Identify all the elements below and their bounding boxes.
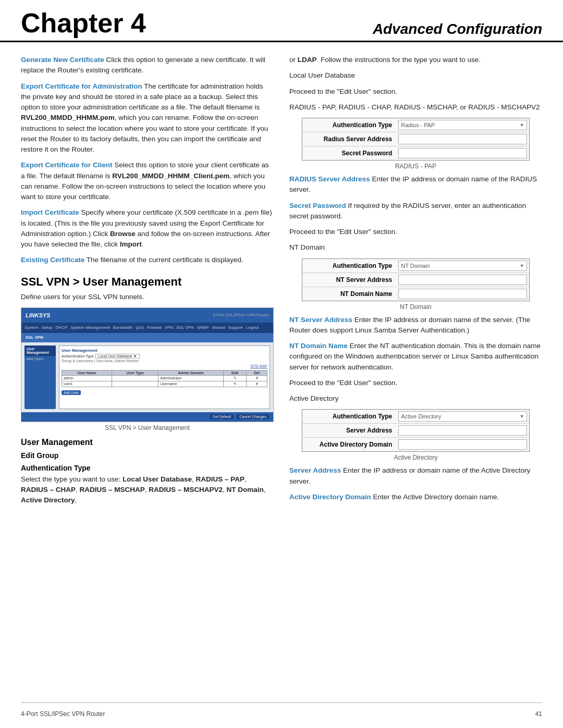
nt-domain-label: NT Domain bbox=[289, 242, 542, 253]
nt-domain-caption: NT Domain bbox=[289, 303, 542, 311]
local-user-db-label: Local User Database bbox=[289, 70, 542, 81]
auth-type-row-radius: Authentication Type Radius - PAP ▼ bbox=[302, 118, 529, 132]
ad-domain-para: Active Directory Domain Enter the Active… bbox=[289, 492, 542, 502]
secret-password-row: Secret Password bbox=[302, 146, 529, 160]
ad-domain-row: Active Directory Domain bbox=[302, 438, 529, 451]
nt-domain-box: Authentication Type NT Domain ▼ NT Serve… bbox=[302, 258, 530, 301]
existing-cert-text: The filename of the current certificate … bbox=[87, 256, 243, 264]
radius-server-label: Radius Server Address bbox=[302, 133, 396, 145]
proceed-edit-user-1: Proceed to the "Edit User" section. bbox=[289, 87, 542, 97]
radius-server-address-para: RADIUS Server Address Enter the IP addre… bbox=[289, 174, 542, 195]
secret-password-para: Secret Password If required by the RADIU… bbox=[289, 201, 542, 222]
nt-server-label: NT Server Address bbox=[302, 274, 396, 286]
nt-domain-name-cyan-label: NT Domain Name bbox=[289, 342, 348, 350]
nt-server-address-label: NT Server Address bbox=[289, 316, 352, 324]
existing-cert-label: Existing Certificate bbox=[21, 256, 84, 264]
auth-type-text: Select the type you want to use: Local U… bbox=[21, 474, 274, 506]
chapter-title: Chapter 4 bbox=[21, 9, 146, 36]
auth-type-heading: Authentication Type bbox=[21, 464, 274, 472]
radius-server-row: Radius Server Address bbox=[302, 132, 529, 146]
ssl-vpn-screenshot: LINKSYS 4-Port SSL/IPSec VPN Router Syst… bbox=[21, 307, 274, 422]
nt-server-row: NT Server Address bbox=[302, 273, 529, 287]
page-footer: 4-Port SSL/IPSec VPN Router 41 bbox=[21, 710, 542, 718]
ldap-para: or LDAP. Follow the instructions for the… bbox=[289, 55, 542, 65]
export-cert-admin-text: The certificate for administration holds… bbox=[21, 82, 268, 154]
nt-domain-name-row: NT Domain Name bbox=[302, 287, 529, 301]
auth-type-label-radius: Authentication Type bbox=[302, 119, 396, 131]
radius-options-text: RADIUS - PAP, RADIUS - CHAP, RADIUS - MS… bbox=[289, 102, 542, 113]
select-arrow-ad: ▼ bbox=[520, 414, 524, 419]
secret-password-label: Secret Password bbox=[302, 147, 396, 159]
import-cert-label: Import Certificate bbox=[21, 208, 79, 216]
content-area: Generate New Certificate Click this opti… bbox=[0, 42, 563, 511]
nt-server-address-para: NT Server Address Enter the IP address o… bbox=[289, 315, 542, 336]
left-column: Generate New Certificate Click this opti… bbox=[21, 55, 274, 511]
server-address-para: Server Address Enter the IP address or d… bbox=[289, 465, 542, 487]
footer-right: 41 bbox=[535, 710, 542, 718]
ad-domain-cyan-label: Active Directory Domain bbox=[289, 493, 371, 501]
export-cert-admin-label: Export Certificate for Administration bbox=[21, 82, 142, 90]
auth-type-row-nt: Authentication Type NT Domain ▼ bbox=[302, 259, 529, 273]
radius-server-input[interactable] bbox=[398, 134, 527, 144]
auth-type-value-radius: Radius - PAP bbox=[401, 122, 435, 128]
page-header: Chapter 4 Advanced Configuration bbox=[0, 0, 563, 42]
active-directory-caption: Active Directory bbox=[289, 454, 542, 461]
export-cert-client-para: Export Certificate for Client Select thi… bbox=[21, 160, 274, 202]
nt-domain-name-para: NT Domain Name Enter the NT authenticati… bbox=[289, 341, 542, 373]
secret-password-input[interactable] bbox=[398, 148, 527, 158]
radius-server-address-label: RADIUS Server Address bbox=[289, 175, 370, 183]
server-address-row: Server Address bbox=[302, 424, 529, 438]
auth-type-select-nt[interactable]: NT Domain ▼ bbox=[398, 261, 527, 271]
nt-domain-name-label: NT Domain Name bbox=[302, 288, 396, 300]
ad-domain-label: Active Directory Domain bbox=[302, 439, 396, 450]
auth-type-label-ad: Authentication Type bbox=[302, 411, 396, 422]
ad-domain-input[interactable] bbox=[398, 439, 527, 450]
nt-server-input[interactable] bbox=[398, 275, 527, 285]
auth-type-value-nt: NT Domain bbox=[401, 263, 430, 269]
user-mgmt-heading: User Management bbox=[21, 438, 274, 447]
auth-type-label-nt: Authentication Type bbox=[302, 260, 396, 272]
server-address-cyan-label: Server Address bbox=[289, 466, 341, 474]
radius-pap-box: Authentication Type Radius - PAP ▼ Radiu… bbox=[302, 118, 530, 161]
secret-password-cyan-label: Secret Password bbox=[289, 202, 346, 209]
footer-left: 4-Port SSL/IPSec VPN Router bbox=[21, 710, 105, 718]
edit-group-heading: Edit Group bbox=[21, 451, 274, 460]
auth-type-row-ad: Authentication Type Active Directory ▼ bbox=[302, 410, 529, 424]
nt-domain-name-input[interactable] bbox=[398, 289, 527, 299]
proceed-edit-user-3: Proceed to the "Edit User" section. bbox=[289, 378, 542, 388]
advanced-config-title: Advanced Configuration bbox=[373, 22, 542, 36]
radius-pap-caption: RADIUS - PAP bbox=[289, 163, 542, 170]
server-address-label: Server Address bbox=[302, 425, 396, 436]
active-directory-label: Active Directory bbox=[289, 393, 542, 404]
select-arrow-radius: ▼ bbox=[520, 122, 524, 128]
existing-cert-para: Existing Certificate The filename of the… bbox=[21, 255, 274, 265]
proceed-edit-user-2: Proceed to the "Edit User" section. bbox=[289, 227, 542, 237]
server-address-input[interactable] bbox=[398, 425, 527, 436]
import-cert-para: Import Certificate Specify where your ce… bbox=[21, 207, 274, 250]
ssl-vpn-intro: Define users for your SSL VPN tunnels. bbox=[21, 292, 274, 302]
select-arrow-nt: ▼ bbox=[520, 263, 524, 268]
generate-cert-label: Generate New Certificate bbox=[21, 56, 104, 64]
active-directory-box: Authentication Type Active Directory ▼ S… bbox=[302, 409, 530, 452]
ssl-vpn-heading: SSL VPN > User Management bbox=[21, 275, 274, 289]
auth-type-value-ad: Active Directory bbox=[401, 413, 441, 419]
footer-divider bbox=[21, 702, 542, 703]
export-cert-admin-para: Export Certificate for Administration Th… bbox=[21, 81, 274, 155]
auth-type-select-radius[interactable]: Radius - PAP ▼ bbox=[398, 120, 527, 130]
ssl-vpn-screenshot-caption: SSL VPN > User Management bbox=[21, 424, 274, 431]
export-cert-client-label: Export Certificate for Client bbox=[21, 161, 113, 169]
auth-type-select-ad[interactable]: Active Directory ▼ bbox=[398, 411, 527, 422]
right-column: or LDAP. Follow the instructions for the… bbox=[289, 55, 542, 511]
generate-cert-para: Generate New Certificate Click this opti… bbox=[21, 55, 274, 76]
